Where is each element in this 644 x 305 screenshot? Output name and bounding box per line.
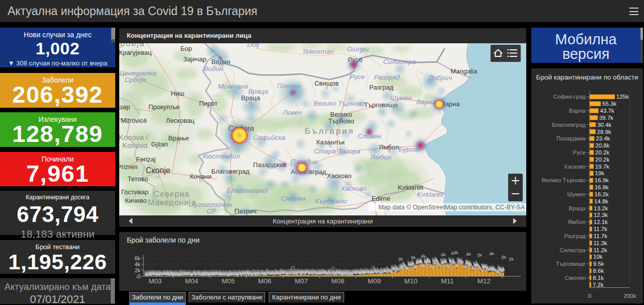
svg-text:Teleorman: Teleorman [302,48,334,55]
svg-text:19k: 19k [595,170,605,176]
svg-text:Разград: Разград [564,233,586,239]
svg-text:2k: 2k [436,263,441,268]
svg-text:M03: M03 [148,277,162,285]
svg-text:10k: 10k [593,254,603,260]
svg-text:M09: M09 [368,277,381,285]
svg-text:2k: 2k [508,256,514,262]
svg-text:0: 0 [588,293,591,299]
svg-text:Смолян: Смолян [565,275,586,281]
svg-text:16.2k: 16.2k [595,191,609,197]
svg-text:13.2k: 13.2k [594,205,608,211]
svg-text:Тетово: Тетово [127,175,148,183]
svg-text:23.4k: 23.4k [596,135,610,141]
svg-text:Gjilan: Gjilan [151,140,168,148]
svg-text:43.7k: 43.7k [600,108,614,114]
svg-text:Kosovo: Kosovo [122,141,147,149]
svg-text:Ловеч: Ловеч [282,109,301,116]
svg-text:Dolj: Dolj [247,43,259,48]
svg-text:Гостивар: Гостивар [121,188,148,196]
svg-text:Map data © OpenStreetMap contr: Map data © OpenStreetMap contributors, C… [378,204,525,211]
svg-text:20.2k: 20.2k [595,157,609,163]
svg-text:азар: азар [119,103,130,111]
svg-text:Србија: Србија [125,76,146,84]
svg-text:Кочани: Кочани [190,173,212,180]
svg-text:30.4k: 30.4k [597,122,611,128]
svg-text:11.7k: 11.7k [594,226,608,232]
svg-text:11.2k: 11.2k [594,247,608,253]
svg-text:Kırklareli: Kırklareli [398,184,424,191]
svg-text:Благоевград: Благоевград [552,122,586,128]
svg-text:Кичево: Кичево [125,197,147,204]
svg-text:Edirne: Edirne [371,195,390,202]
svg-text:16.8k: 16.8k [595,184,609,190]
svg-text:M04: M04 [185,277,199,285]
svg-text:Прокупље: Прокупље [148,103,180,111]
svg-text:M05: M05 [221,277,234,285]
svg-text:Mangalia: Mangalia [451,67,478,75]
svg-text:39.7k: 39.7k [599,115,613,121]
svg-text:7.2k: 7.2k [593,282,604,288]
svg-text:Врање: Врање [169,134,189,142]
svg-text:Велико Търново: Велико Търново [542,177,586,183]
svg-text:Крагујевац: Крагујевац [119,49,152,56]
svg-text:Пирот: Пирот [199,100,218,107]
svg-text:Србија: Србија [119,43,145,48]
svg-text:6k: 6k [134,255,140,261]
svg-text:12.3k: 12.3k [594,212,608,218]
svg-text:M06: M06 [258,277,271,285]
svg-text:Силистра: Силистра [559,247,586,253]
svg-text:4k: 4k [489,251,495,257]
svg-text:Лесковац: Лесковац [166,117,195,124]
svg-text:19.7k: 19.7k [595,164,609,170]
svg-text:Зајечар: Зајечар [183,55,206,63]
svg-text:Враца: Враца [248,88,268,95]
svg-text:12.1k: 12.1k [594,219,608,225]
svg-text:9.5k: 9.5k [593,261,604,267]
svg-text:4k: 4k [420,253,426,259]
svg-text:4k: 4k [440,252,446,258]
svg-text:СР: СР [207,207,216,215]
svg-text:20.2k: 20.2k [595,149,609,156]
svg-text:8.6k: 8.6k [593,268,604,274]
svg-text:4k: 4k [134,261,140,267]
svg-text:Враца: Враца [569,205,586,211]
svg-text:11.7k: 11.7k [594,233,608,239]
svg-text:55.3k: 55.3k [602,101,616,107]
svg-text:3k: 3k [501,254,507,260]
svg-text:Русе: Русе [350,73,365,81]
svg-text:Kırklareli: Kırklareli [417,191,444,198]
svg-text:8.1k: 8.1k [593,275,604,281]
svg-text:3k: 3k [397,256,404,262]
svg-text:Ferizaj: Ferizaj [136,156,155,163]
svg-text:Хасково: Хасково [564,164,586,170]
svg-text:4k: 4k [465,251,471,257]
svg-text:Скопје: Скопје [146,166,171,175]
svg-text:28.9k: 28.9k [597,129,611,135]
svg-text:Македонија: Македонија [148,198,197,207]
svg-text:M08: M08 [331,277,344,285]
svg-text:44k: 44k [450,250,459,256]
svg-text:M07: M07 [295,277,308,285]
svg-text:2k: 2k [134,267,140,273]
svg-text:Бор: Бор [181,45,192,52]
svg-text:0: 0 [137,273,140,279]
svg-text:M12: M12 [477,277,491,285]
svg-text:1k: 1k [371,265,376,270]
svg-text:29: 29 [290,265,295,270]
svg-text:София-град: София-град [553,94,586,100]
svg-text:M11: M11 [441,277,454,285]
svg-text:Шумен: Шумен [567,191,586,197]
svg-text:Giurgiu: Giurgiu [347,45,369,53]
svg-text:1k: 1k [401,264,406,269]
svg-text:1k: 1k [331,265,336,270]
svg-text:20.8k: 20.8k [595,142,609,148]
svg-text:Русе: Русе [573,149,586,156]
svg-text:M10: M10 [404,277,417,285]
svg-text:14.8k: 14.8k [594,198,608,204]
svg-text:125k: 125k [616,94,629,100]
svg-text:3k: 3k [476,252,482,258]
svg-text:Ниш: Ниш [171,90,184,97]
svg-text:Kosova /: Kosova / [119,133,148,141]
svg-text:Търговище: Търговище [556,261,586,267]
svg-text:Пазарджик: Пазарджик [556,135,586,141]
